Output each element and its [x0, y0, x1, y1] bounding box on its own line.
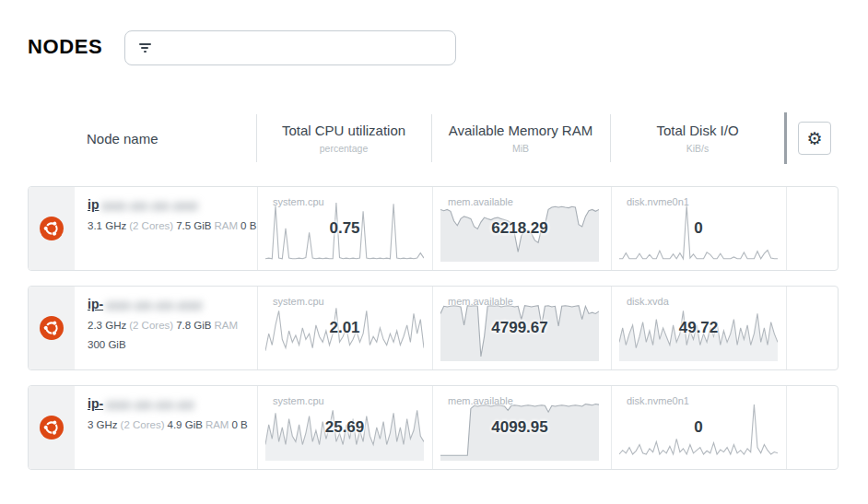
column-header-cpu: Total CPU utilization percentage [256, 123, 431, 154]
node-hostname-redacted: ###-##-##-## [106, 398, 194, 413]
disk-chart[interactable]: disk.nvme0n1 0 [619, 194, 778, 264]
chart-context-label: mem.available [448, 395, 513, 406]
cell-divider [611, 386, 612, 469]
chart-value: 49.72 [619, 319, 778, 337]
node-hostname-prefix: ip- [88, 297, 103, 311]
spec-item: 3.1 GHz [88, 220, 126, 231]
spec-item: 4.9 GiB [168, 419, 203, 430]
node-info: ip-###-##-##-### [88, 297, 253, 313]
chart-value: 4099.95 [440, 418, 599, 437]
column-unit: MiB [431, 143, 610, 154]
chart-value: 0 [619, 418, 778, 437]
os-strip [29, 386, 75, 469]
cpu-chart[interactable]: system.cpu 2.01 [265, 294, 424, 363]
cell-divider [432, 187, 433, 270]
spec-item: RAM [205, 419, 229, 430]
cell-divider [786, 386, 787, 469]
nodes-filter-box[interactable] [124, 30, 456, 65]
spec-item: (2 Cores) [129, 320, 173, 331]
chart-value: 2.01 [265, 319, 424, 337]
spec-item: 7.5 GiB [176, 220, 211, 231]
chart-context-label: disk.nvme0n1 [627, 196, 689, 207]
divider [610, 114, 611, 162]
spec-item: 0 B [240, 220, 256, 231]
node-info: ip###-##-##-### [88, 197, 253, 214]
node-specs-line2: 300 GiB [88, 339, 272, 350]
memory-chart[interactable]: mem.available 4099.95 [440, 393, 599, 463]
filter-icon [138, 43, 151, 53]
cpu-chart[interactable]: system.cpu 25.69 [265, 393, 424, 463]
chart-context-label: system.cpu [273, 296, 324, 307]
ubuntu-icon [40, 316, 64, 340]
node-link[interactable]: ip-###-##-##-## [88, 396, 253, 413]
column-header-disk: Total Disk I/O KiB/s [610, 123, 785, 154]
column-header-node-name: Node name [87, 131, 158, 147]
column-unit: KiB/s [610, 143, 785, 154]
spec-item: 7.8 GiB [176, 320, 211, 331]
node-row: ip###-##-##-### 3.1 GHz(2 Cores)7.5 GiBR… [28, 186, 839, 271]
os-strip [29, 287, 75, 369]
node-info: ip-###-##-##-## [88, 396, 253, 413]
chart-value: 6218.29 [440, 219, 599, 238]
node-specs-line1: 3.1 GHz(2 Cores)7.5 GiBRAM0 B [88, 220, 272, 231]
chart-context-label: disk.nvme0n1 [627, 395, 689, 406]
spec-item: 300 GiB [88, 339, 126, 350]
os-strip [29, 187, 75, 270]
column-title: Total CPU utilization [256, 123, 431, 138]
spec-item: 2.3 GHz [88, 320, 126, 331]
page-title: NODES [28, 35, 102, 59]
nodes-filter-input[interactable] [158, 31, 455, 64]
divider [256, 114, 257, 162]
cell-divider [432, 386, 433, 469]
ubuntu-icon [40, 217, 64, 240]
nodes-list: ip###-##-##-### 3.1 GHz(2 Cores)7.5 GiBR… [28, 186, 839, 485]
column-header-memory: Available Memory RAM MiB [431, 123, 610, 154]
node-link[interactable]: ip-###-##-##-### [88, 297, 253, 313]
node-hostname-redacted: ###-##-##-### [106, 299, 203, 313]
node-specs-line1: 2.3 GHz(2 Cores)7.8 GiBRAM [88, 320, 272, 331]
column-unit: percentage [256, 143, 431, 154]
ubuntu-icon [40, 416, 64, 440]
disk-chart[interactable]: disk.nvme0n1 0 [619, 393, 778, 463]
spec-item: (2 Cores) [121, 419, 165, 430]
disk-chart[interactable]: disk.xvda 49.72 [619, 294, 778, 363]
memory-chart[interactable]: mem.available 6218.29 [440, 194, 599, 264]
table-settings-button[interactable]: ⚙ [798, 122, 831, 155]
cell-divider [432, 287, 433, 369]
chart-context-label: system.cpu [273, 196, 324, 207]
column-title: Total Disk I/O [610, 123, 785, 138]
node-hostname-redacted: ###-##-##-### [101, 199, 198, 214]
divider-thick [784, 112, 787, 164]
column-title: Available Memory RAM [431, 123, 610, 138]
cell-divider [611, 287, 612, 369]
nodes-page: NODES Node name Total CPU utilization pe… [0, 0, 868, 504]
spec-item: 3 GHz [88, 419, 118, 430]
node-hostname-prefix: ip- [88, 396, 103, 411]
spec-item: (2 Cores) [129, 220, 173, 231]
node-specs-line1: 3 GHz(2 Cores)4.9 GiBRAM0 B [88, 419, 272, 430]
spec-item: 0 B [231, 419, 247, 430]
chart-context-label: mem.available [448, 196, 513, 207]
chart-value: 0 [619, 219, 778, 238]
memory-chart[interactable]: mem.available 4799.67 [440, 294, 599, 363]
node-row: ip-###-##-##-### 2.3 GHz(2 Cores)7.8 GiB… [28, 286, 839, 370]
chart-context-label: mem.available [448, 296, 513, 307]
cell-divider [786, 287, 787, 369]
spec-item: RAM [214, 320, 238, 331]
cpu-chart[interactable]: system.cpu 0.75 [265, 194, 424, 264]
spec-item: RAM [214, 220, 238, 231]
divider [431, 114, 432, 162]
node-row: ip-###-##-##-## 3 GHz(2 Cores)4.9 GiBRAM… [28, 385, 839, 470]
chart-context-label: system.cpu [273, 395, 324, 406]
chart-value: 4799.67 [440, 319, 599, 337]
chart-value: 0.75 [265, 219, 424, 238]
cell-divider [611, 187, 612, 270]
node-hostname-prefix: ip [88, 197, 99, 212]
node-link[interactable]: ip###-##-##-### [88, 197, 253, 214]
chart-context-label: disk.xvda [627, 296, 669, 307]
chart-value: 25.69 [265, 418, 424, 437]
cell-divider [786, 187, 787, 270]
gear-icon: ⚙ [806, 130, 822, 147]
